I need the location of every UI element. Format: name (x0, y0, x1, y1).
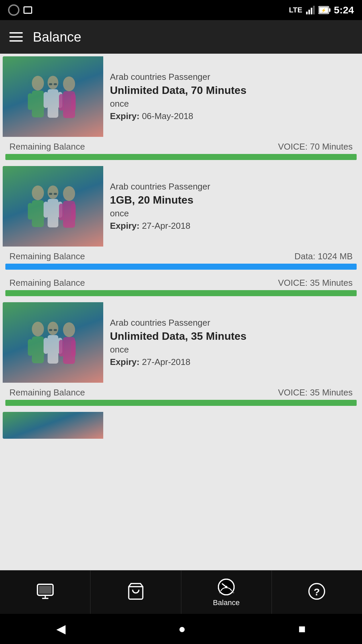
card-plan-2: 1GB, 20 Minutes (110, 194, 353, 206)
svg-rect-46 (59, 340, 64, 357)
svg-text:∞: ∞ (233, 591, 234, 593)
svg-rect-49 (54, 329, 57, 331)
back-button[interactable]: ◀ (56, 622, 66, 636)
svg-rect-19 (71, 94, 76, 111)
svg-rect-28 (44, 202, 48, 218)
svg-rect-41 (48, 335, 58, 364)
card-category-3: Arab countries Passenger (110, 318, 353, 328)
record-icon (8, 4, 19, 16)
svg-rect-14 (44, 92, 48, 108)
balance-row-3-1: Remaining BalanceVOICE: 35 Minutes (3, 383, 359, 400)
balance-card-2: Arab countries Passenger1GB, 20 Minuteso… (3, 166, 359, 300)
balance-row-1-1: Remaining BalanceVOICE: 70 Minutes (3, 137, 359, 154)
help-icon: ? (307, 582, 326, 601)
svg-rect-34 (49, 193, 52, 195)
balance-label: Remaining Balance (9, 278, 85, 288)
svg-point-44 (63, 322, 75, 337)
card-expiry-3: Expiry: 27-Apr-2018 (110, 357, 353, 367)
content-area: Arab countries PassengerUnlimited Data, … (0, 54, 362, 570)
svg-text:0: 0 (219, 591, 221, 593)
progress-bar-fill (5, 264, 357, 270)
home-button[interactable]: ● (178, 622, 186, 636)
card-category-1: Arab countries Passenger (110, 72, 353, 82)
svg-rect-2 (311, 8, 312, 14)
lte-label: LTE (289, 6, 302, 14)
svg-rect-1 (308, 10, 310, 14)
bottom-navigation: 0 ∞ Balance ? (0, 570, 362, 614)
svg-rect-20 (49, 83, 52, 85)
android-nav-bar: ◀ ● ■ (0, 614, 362, 644)
progress-bar-fill (5, 400, 357, 406)
header: Balance (0, 20, 362, 54)
balance-card-1: Arab countries PassengerUnlimited Data, … (3, 56, 359, 163)
card-category-2: Arab countries Passenger (110, 181, 353, 192)
nav-help[interactable]: ? (272, 571, 362, 614)
svg-rect-35 (54, 193, 57, 195)
progress-bar-fill (5, 154, 357, 160)
status-left-icons (8, 4, 32, 16)
svg-rect-33 (71, 204, 76, 220)
balance-card-3: Arab countries PassengerUnlimited Data, … (3, 302, 359, 409)
clock: 5:24 (334, 4, 354, 16)
balance-value: Data: 1024 MB (295, 251, 353, 262)
svg-point-8 (32, 76, 44, 91)
svg-point-36 (32, 322, 44, 336)
nav-dashboard[interactable] (0, 571, 90, 614)
svg-rect-5 (329, 8, 330, 12)
svg-rect-27 (48, 199, 58, 227)
sim-icon (23, 6, 32, 14)
balance-value: VOICE: 70 Minutes (278, 142, 353, 152)
svg-rect-47 (71, 340, 76, 357)
card-frequency-1: once (110, 99, 353, 109)
balance-value: VOICE: 35 Minutes (278, 278, 353, 288)
balance-row-2-2: Remaining BalanceVOICE: 35 Minutes (3, 273, 359, 290)
card-image-3 (3, 302, 103, 383)
card-expiry-1: Expiry: 06-May-2018 (110, 111, 353, 121)
svg-text:?: ? (314, 586, 320, 597)
svg-point-30 (63, 186, 75, 201)
monitor-icon (36, 582, 55, 601)
recent-button[interactable]: ■ (298, 622, 306, 636)
hamburger-menu[interactable] (9, 32, 23, 42)
balance-label: Remaining Balance (9, 251, 85, 262)
progress-bar-container (5, 290, 357, 296)
progress-bar-container (5, 154, 357, 160)
nav-shop[interactable] (90, 571, 181, 614)
balance-label: Remaining Balance (9, 387, 85, 398)
card-expiry-2: Expiry: 27-Apr-2018 (110, 221, 353, 231)
page-title: Balance (33, 30, 81, 45)
partial-card (3, 412, 359, 439)
progress-bar-container (5, 264, 357, 270)
signal-icon (306, 5, 315, 15)
svg-rect-48 (49, 329, 52, 331)
svg-text:⚡: ⚡ (321, 8, 326, 13)
svg-rect-32 (59, 204, 64, 220)
progress-bar-fill (5, 290, 357, 296)
basket-icon (126, 582, 145, 601)
svg-rect-21 (54, 83, 57, 85)
svg-rect-24 (28, 203, 33, 220)
svg-point-40 (48, 322, 58, 335)
balance-row-2-1: Remaining BalanceData: 1024 MB (3, 247, 359, 264)
svg-point-12 (48, 76, 58, 89)
svg-rect-3 (313, 6, 315, 14)
card-frequency-2: once (110, 208, 353, 219)
card-plan-1: Unlimited Data, 70 Minutes (110, 84, 353, 97)
battery-icon: ⚡ (318, 5, 330, 15)
svg-point-22 (32, 185, 44, 200)
speedometer-icon: 0 ∞ (217, 578, 236, 596)
svg-rect-42 (44, 338, 48, 354)
svg-rect-38 (28, 339, 33, 356)
card-plan-3: Unlimited Data, 35 Minutes (110, 330, 353, 342)
svg-rect-18 (59, 94, 64, 111)
card-image-2 (3, 166, 103, 247)
card-frequency-3: once (110, 344, 353, 355)
status-right: LTE ⚡ 5:24 (289, 4, 354, 16)
svg-rect-13 (48, 89, 58, 118)
svg-rect-54 (39, 586, 51, 593)
balance-value: VOICE: 35 Minutes (278, 387, 353, 398)
nav-balance-label: Balance (213, 598, 240, 607)
nav-balance[interactable]: 0 ∞ Balance (181, 571, 272, 614)
svg-rect-0 (306, 12, 308, 14)
card-image-1 (3, 56, 103, 137)
